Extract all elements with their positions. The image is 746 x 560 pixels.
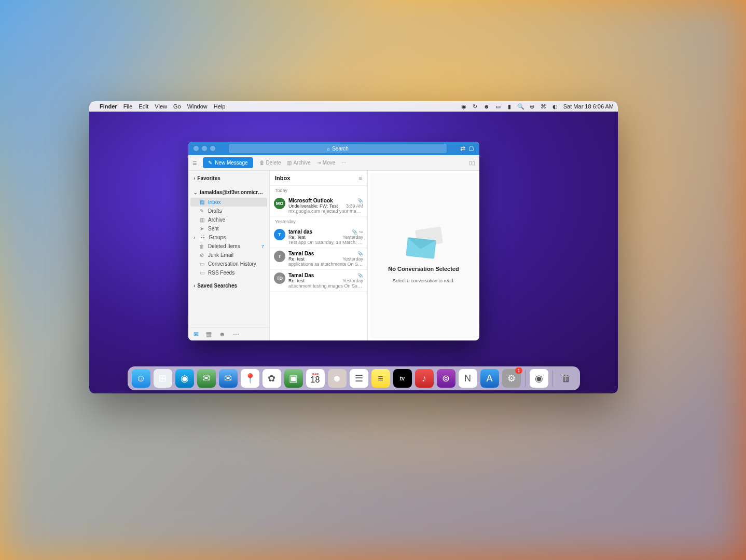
sidebar-folder-conv[interactable]: ▭Conversation History bbox=[188, 259, 269, 268]
dock-music[interactable]: ♪ bbox=[415, 369, 434, 388]
sidebar: Favorites tamaldas@zf3vr.onmicroso... ▤I… bbox=[188, 171, 270, 340]
message-list: Inbox ≡ TodayMOMicrosoft Outlook📎Undeliv… bbox=[270, 171, 368, 340]
archive-button[interactable]: ▥Archive bbox=[287, 160, 310, 166]
spotlight-icon[interactable]: 🔍 bbox=[518, 103, 524, 110]
sidebar-folder-archive[interactable]: ▥Archive bbox=[188, 215, 269, 224]
delete-button[interactable]: 🗑Delete bbox=[259, 160, 281, 166]
dock-reminders[interactable]: ☰ bbox=[350, 369, 368, 388]
control-center-icon[interactable]: ⌘ bbox=[541, 103, 547, 110]
message-subject: Re: test bbox=[288, 256, 305, 262]
chevron-right-icon bbox=[194, 235, 195, 240]
menu-file[interactable]: File bbox=[123, 103, 133, 110]
dock-tv[interactable]: tv bbox=[393, 369, 412, 388]
message-item[interactable]: MOMicrosoft Outlook📎Undeliverable: FW: T… bbox=[270, 195, 367, 217]
sidebar-folder-sent[interactable]: ➤Sent bbox=[188, 224, 269, 233]
battery-icon[interactable]: ▮ bbox=[506, 103, 513, 110]
mac-desktop: Finder File Edit View Go Window Help ◉ ↻… bbox=[89, 101, 618, 393]
dock-contacts[interactable]: ☻ bbox=[328, 369, 347, 388]
avatar: T bbox=[274, 251, 285, 262]
list-group-header: Today bbox=[270, 186, 367, 195]
dock-notes[interactable]: ≡ bbox=[371, 369, 390, 388]
sidebar-folder-trash[interactable]: 🗑Deleted Items7 bbox=[188, 242, 269, 251]
menu-help[interactable]: Help bbox=[214, 103, 226, 110]
account-section[interactable]: tamaldas@zf3vr.onmicroso... bbox=[188, 187, 269, 198]
calendar-tab[interactable]: ▦ bbox=[206, 331, 212, 338]
sidebar-folder-groups[interactable]: ☷Groups bbox=[188, 233, 269, 242]
folder-label: Deleted Items bbox=[208, 243, 240, 249]
menubar-datetime[interactable]: Sat Mar 18 6:06 AM bbox=[563, 103, 614, 110]
message-subject: Undeliverable: FW: Test bbox=[288, 203, 338, 209]
timemachine-icon[interactable]: ↻ bbox=[472, 103, 478, 110]
compose-icon: ✎ bbox=[208, 160, 212, 166]
dock-calendar[interactable]: MAR18 bbox=[306, 369, 325, 388]
sidebar-toggle[interactable]: ≡ bbox=[192, 159, 197, 167]
dock-photos[interactable]: ✿ bbox=[263, 369, 281, 388]
menu-window[interactable]: Window bbox=[187, 103, 208, 110]
avatar: T bbox=[274, 229, 285, 240]
sync-error-icon[interactable]: ⇄ bbox=[460, 145, 465, 152]
message-time: Yesterday bbox=[342, 278, 363, 283]
junk-icon: ⊘ bbox=[199, 252, 205, 258]
zoom-button[interactable] bbox=[210, 146, 215, 151]
dock-appstore[interactable]: A bbox=[480, 369, 499, 388]
menu-edit[interactable]: Edit bbox=[139, 103, 148, 110]
message-item[interactable]: Ttamal das📎↪Re: TestYesterdayTest app On… bbox=[270, 226, 367, 248]
move-button[interactable]: ⇥Move bbox=[317, 160, 335, 166]
message-time: 3:39 AM bbox=[346, 203, 363, 209]
dock-outlook[interactable]: ◉ bbox=[530, 369, 548, 388]
dock-podcasts[interactable]: ⊚ bbox=[437, 369, 455, 388]
display-icon[interactable]: ▭ bbox=[495, 103, 501, 110]
list-title: Inbox bbox=[275, 175, 290, 181]
more-tab[interactable]: ⋯ bbox=[233, 331, 239, 338]
mail-tab[interactable]: ✉ bbox=[194, 331, 199, 338]
saved-searches-section[interactable]: Saved Searches bbox=[188, 280, 269, 291]
sidebar-folder-drafts[interactable]: ✎Drafts bbox=[188, 207, 269, 215]
user-icon[interactable]: ☻ bbox=[483, 103, 490, 110]
menu-go[interactable]: Go bbox=[173, 103, 181, 110]
dock-trash[interactable]: 🗑 bbox=[557, 369, 576, 388]
menubar-app[interactable]: Finder bbox=[100, 103, 117, 110]
dock-maps[interactable]: 📍 bbox=[241, 369, 259, 388]
dock-settings[interactable]: ⚙1 bbox=[502, 369, 521, 388]
dock-safari[interactable]: ◉ bbox=[175, 369, 194, 388]
minimize-button[interactable] bbox=[202, 146, 207, 151]
more-button[interactable]: ⋯ bbox=[341, 160, 347, 166]
sidebar-footer: ✉ ▦ ☻ ⋯ bbox=[188, 327, 269, 340]
new-message-button[interactable]: ✎ New Message bbox=[203, 157, 253, 168]
notifications-icon[interactable]: ☖ bbox=[468, 145, 474, 152]
folder-label: Groups bbox=[209, 235, 226, 240]
search-input[interactable]: ⌕ Search bbox=[229, 144, 447, 153]
message-sender: Tamal Das bbox=[288, 251, 314, 256]
wifi-icon[interactable]: ⊚ bbox=[529, 103, 535, 110]
dock-separator bbox=[552, 370, 553, 387]
message-time: Yesterday bbox=[342, 256, 363, 262]
message-item[interactable]: TTamal Das📎Re: testYesterdayapplications… bbox=[270, 248, 367, 270]
filter-icon[interactable]: ≡ bbox=[359, 175, 362, 181]
sidebar-folder-junk[interactable]: ⊘Junk Email bbox=[188, 251, 269, 259]
reading-pane: No Conversation Selected Select a conver… bbox=[370, 173, 477, 338]
groups-icon: ☷ bbox=[199, 235, 205, 240]
dock-facetime[interactable]: ▣ bbox=[284, 369, 303, 388]
folder-count: 7 bbox=[261, 244, 264, 249]
close-button[interactable] bbox=[194, 146, 199, 151]
sidebar-folder-rss[interactable]: ▭RSS Feeds bbox=[188, 268, 269, 277]
dock-launchpad[interactable]: ⊞ bbox=[154, 369, 172, 388]
message-preview: Test app On Saturday, 18 March, 20... bbox=[288, 240, 363, 245]
message-item[interactable]: TDTamal Das📎Re: testYesterdayattachment … bbox=[270, 270, 367, 292]
siri-icon[interactable]: ◐ bbox=[552, 103, 558, 110]
dock-news[interactable]: N bbox=[459, 369, 477, 388]
favorites-section[interactable]: Favorites bbox=[188, 173, 269, 184]
dock-messages[interactable]: ✉ bbox=[197, 369, 216, 388]
dock-mail[interactable]: ✉ bbox=[219, 369, 238, 388]
sidebar-folder-inbox[interactable]: ▤Inbox bbox=[190, 198, 267, 207]
reading-pane-toggle[interactable]: ▯▯ bbox=[469, 160, 475, 166]
dock-finder[interactable]: ☺ bbox=[132, 369, 150, 388]
sent-icon: ➤ bbox=[199, 226, 205, 231]
menu-view[interactable]: View bbox=[155, 103, 167, 110]
conv-icon: ▭ bbox=[199, 261, 205, 267]
reading-subtitle: Select a conversation to read. bbox=[393, 278, 454, 283]
folder-label: Inbox bbox=[208, 199, 220, 205]
people-tab[interactable]: ☻ bbox=[219, 331, 226, 338]
recording-icon[interactable]: ◉ bbox=[461, 103, 467, 110]
attachment-icon: 📎 bbox=[357, 273, 363, 278]
